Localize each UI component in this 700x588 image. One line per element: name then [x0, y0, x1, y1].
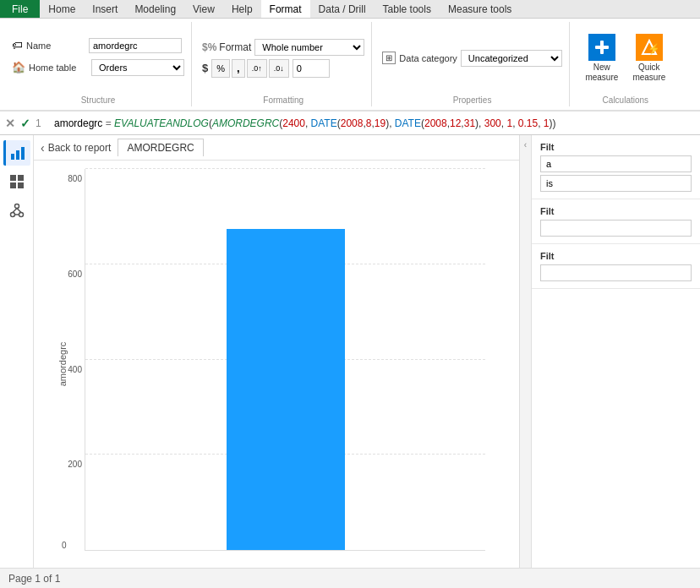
- y-label-600: 600: [68, 269, 82, 278]
- number-input[interactable]: [293, 63, 329, 74]
- filter-input-1a[interactable]: [540, 155, 692, 172]
- dollar-icon: $: [202, 62, 208, 74]
- new-measure-label: New measure: [582, 63, 622, 83]
- svg-rect-5: [16, 150, 19, 160]
- svg-rect-6: [21, 147, 25, 160]
- menu-measure-tools[interactable]: Measure tools: [440, 0, 520, 18]
- filter-input-1b[interactable]: [540, 175, 692, 192]
- data-category-label: Data category: [399, 53, 457, 63]
- chart-area: amordegrc 800 600 400 200 0: [34, 161, 519, 568]
- menu-bar: File Home Insert Modeling View Help Form…: [0, 0, 700, 19]
- comma-button[interactable]: ,: [232, 59, 245, 78]
- format-select[interactable]: Whole number: [254, 39, 364, 56]
- confirm-formula-button[interactable]: ✓: [20, 117, 30, 130]
- filter-title-1: Filt: [540, 142, 692, 152]
- formula-equals: =: [106, 117, 114, 129]
- y-label-200: 200: [68, 460, 82, 469]
- svg-text:⚡: ⚡: [648, 42, 658, 55]
- right-panel: ‹: [519, 135, 531, 568]
- format-buttons: % , .0↑ .0↓: [211, 59, 288, 78]
- home-table-field-row: 🏠 Home table Orders: [12, 59, 184, 76]
- svg-rect-4: [11, 154, 14, 160]
- new-measure-button[interactable]: New measure: [580, 30, 624, 87]
- formatting-label: Formatting: [202, 94, 364, 105]
- data-category-select[interactable]: Uncategorized: [461, 50, 562, 67]
- menu-table-tools[interactable]: Table tools: [375, 0, 440, 18]
- ribbon-content: 🏷 Name 🏠 Home table Orders: [0, 19, 700, 110]
- dec-inc-button[interactable]: .0↑: [247, 59, 267, 78]
- filter-section-3: Filt: [532, 244, 700, 289]
- ribbon-group-formatting: $% Format Whole number $ % , .0↑: [195, 22, 372, 106]
- menu-view[interactable]: View: [184, 0, 223, 18]
- main-canvas: ‹ Back to report AMORDEGRC amordegrc 800…: [34, 135, 519, 568]
- ribbon-group-calculations: New measure ⚡ Quick measure Calculations: [573, 22, 678, 106]
- home-table-select[interactable]: Orders: [91, 59, 184, 76]
- quick-measure-icon: ⚡: [636, 34, 663, 61]
- svg-rect-1: [600, 41, 604, 54]
- sidebar-report-icon[interactable]: [3, 140, 30, 166]
- gridline-800: 800: [85, 168, 485, 169]
- content-area: ‹ Back to report AMORDEGRC amordegrc 800…: [0, 135, 700, 568]
- chart-inner: 800 600 400 200 0: [85, 169, 485, 551]
- menu-insert[interactable]: Insert: [84, 0, 126, 18]
- status-bar: Page 1 of 1: [0, 568, 700, 588]
- filter-title-3: Filt: [540, 251, 692, 261]
- menu-modeling[interactable]: Modeling: [126, 0, 184, 18]
- back-bar: ‹ Back to report AMORDEGRC: [34, 135, 519, 161]
- svg-rect-8: [18, 175, 24, 181]
- svg-rect-7: [10, 175, 16, 181]
- active-tab[interactable]: AMORDEGRC: [118, 139, 203, 156]
- menu-format[interactable]: Format: [261, 0, 310, 18]
- dec-dec-button[interactable]: .0↓: [269, 59, 289, 78]
- format-symbols-row: $ % , .0↑ .0↓: [202, 59, 364, 78]
- y-axis-label: amordegrc: [57, 342, 68, 387]
- quick-measure-label: Quick measure: [629, 63, 670, 83]
- y-label-800: 800: [68, 174, 82, 183]
- menu-file[interactable]: File: [0, 0, 40, 18]
- calculations-content: New measure ⚡ Quick measure: [580, 24, 671, 92]
- svg-point-13: [19, 213, 23, 217]
- svg-line-15: [17, 209, 21, 213]
- home-table-label: Home table: [29, 63, 88, 73]
- sidebar-data-icon[interactable]: [3, 169, 30, 194]
- y-label-0: 0: [62, 541, 67, 550]
- quick-measure-button[interactable]: ⚡ Quick measure: [627, 30, 671, 87]
- filter-section-1: Filt: [532, 135, 700, 199]
- menu-data-drill[interactable]: Data / Drill: [310, 0, 375, 18]
- svg-point-11: [14, 204, 19, 209]
- svg-rect-10: [18, 182, 24, 188]
- svg-point-12: [10, 213, 14, 217]
- formula-line-number: 1: [36, 117, 49, 129]
- formula-bar: ✕ ✓ 1 amordegrc = EVALUATEANDLOG(AMORDEG…: [0, 112, 700, 135]
- structure-fields: 🏷 Name 🏠 Home table Orders: [12, 24, 184, 92]
- filters-panel: Filt Filt Filt: [531, 135, 700, 568]
- filter-input-3[interactable]: [540, 264, 692, 281]
- data-category-area: ⊞ Data category Uncategorized: [382, 50, 561, 67]
- formula-fn-outer: EVALUATEANDLOG: [114, 117, 209, 129]
- cancel-formula-button[interactable]: ✕: [5, 117, 15, 130]
- right-panel-expand-button[interactable]: ‹: [520, 135, 531, 155]
- svg-line-14: [13, 209, 17, 213]
- new-measure-icon: [588, 34, 615, 61]
- menu-help[interactable]: Help: [223, 0, 261, 18]
- name-input[interactable]: [89, 38, 182, 53]
- formula-content[interactable]: amordegrc = EVALUATEANDLOG(AMORDEGRC(240…: [54, 117, 695, 129]
- percent-button[interactable]: %: [211, 59, 230, 78]
- name-label: Name: [26, 41, 85, 51]
- name-field-row: 🏷 Name: [12, 38, 184, 53]
- menu-home[interactable]: Home: [40, 0, 84, 18]
- ribbon-group-structure: 🏷 Name 🏠 Home table Orders: [5, 22, 192, 106]
- chart-bar-container: [227, 229, 345, 550]
- back-arrow-icon[interactable]: ‹: [41, 141, 45, 155]
- properties-label: Properties: [382, 94, 561, 105]
- filter-section-2: Filt: [532, 199, 700, 244]
- left-sidebar: [0, 135, 34, 568]
- properties-content: ⊞ Data category Uncategorized: [382, 24, 561, 92]
- svg-rect-9: [10, 182, 16, 188]
- formatting-content: $% Format Whole number $ % , .0↑: [202, 24, 364, 92]
- filter-input-2[interactable]: [540, 220, 692, 237]
- back-to-report-link[interactable]: Back to report: [48, 142, 112, 154]
- formula-varname: amordegrc: [54, 117, 102, 129]
- data-category-icon: ⊞: [382, 52, 396, 64]
- sidebar-model-icon[interactable]: [3, 198, 30, 223]
